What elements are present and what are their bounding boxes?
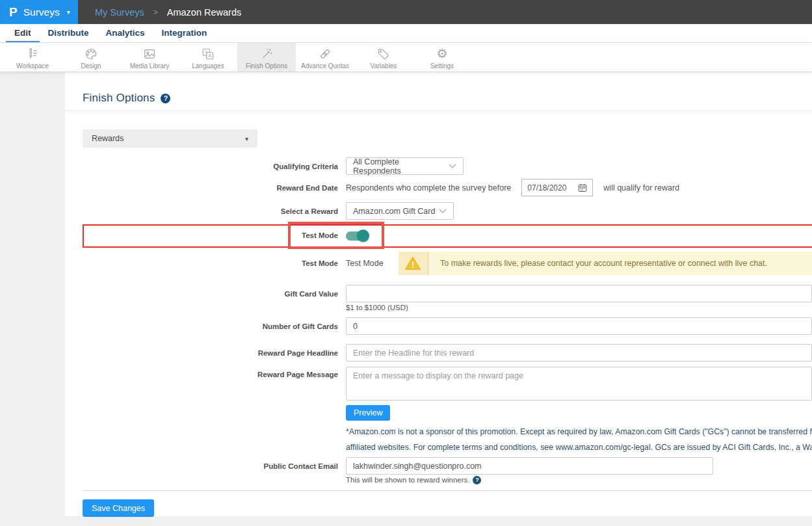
breadcrumb-separator: >	[153, 8, 158, 17]
toolbar-item-languages[interactable]: x A Languages	[179, 43, 237, 72]
reward-page-message-input[interactable]	[346, 367, 812, 401]
public-contact-email-label: Public Contact Email	[83, 462, 346, 470]
toolbar-item-variables[interactable]: Variables	[354, 43, 413, 72]
warning-message: To make rewards live, please contact you…	[428, 252, 812, 275]
help-icon[interactable]: ?	[161, 94, 170, 103]
image-icon	[142, 47, 157, 61]
reward-page-message-label: Reward Page Message	[83, 367, 346, 378]
reward-end-date-prefix: Respondents who complete the survey befo…	[346, 183, 511, 192]
tab-analytics[interactable]: Analytics	[98, 24, 153, 42]
breadcrumb-my-surveys[interactable]: My Surveys	[95, 7, 144, 18]
toolbar-item-workspace[interactable]: Workspace	[3, 43, 62, 72]
toolbar-item-media-library[interactable]: Media Library	[120, 43, 179, 72]
rewards-form: Qualifying Criteria All Complete Respond…	[83, 157, 812, 517]
reward-page-headline-label: Reward Page Headline	[83, 349, 346, 357]
gift-card-value-row: Gift Card Value	[83, 285, 812, 302]
reward-end-date-suffix: will qualify for reward	[603, 183, 679, 192]
workspace-icon	[25, 47, 40, 61]
reward-page-headline-row: Reward Page Headline	[83, 344, 812, 362]
warning-triangle-icon	[405, 256, 421, 270]
divider	[65, 111, 812, 111]
reward-page-message-row: Reward Page Message	[83, 367, 812, 401]
main-nav-tabs: Edit Distribute Analytics Integration	[0, 24, 812, 43]
reward-end-date-input[interactable]	[527, 183, 574, 192]
finish-category-select[interactable]: Rewards ▾	[83, 129, 257, 148]
edit-toolbar: Workspace Design Media Library x A Langu…	[0, 43, 812, 72]
number-gift-cards-input[interactable]	[346, 317, 812, 335]
qualifying-criteria-label: Qualifying Criteria	[83, 163, 346, 170]
top-bar: P Surveys ▾ My Surveys > Amazon Rewards	[0, 0, 812, 24]
tab-edit[interactable]: Edit	[6, 24, 40, 42]
chevron-down-icon	[439, 209, 447, 214]
magic-wand-icon	[259, 47, 274, 61]
toggle-knob	[357, 230, 369, 242]
reward-end-date-row: Reward End Date Respondents who complete…	[83, 179, 812, 196]
app-name: Surveys	[23, 7, 60, 18]
toolbar-item-finish-options[interactable]: Finish Options	[237, 43, 296, 72]
finish-options-panel: Finish Options ? Rewards ▾ Qualifying Cr…	[65, 72, 812, 516]
test-mode-toggle[interactable]	[346, 230, 369, 242]
public-contact-email-row: Public Contact Email	[83, 457, 812, 475]
caret-down-icon: ▾	[245, 135, 248, 142]
warning-banner: To make rewards live, please contact you…	[399, 252, 812, 275]
help-icon[interactable]: ?	[473, 476, 481, 484]
qualifying-criteria-row: Qualifying Criteria All Complete Respond…	[83, 157, 812, 175]
finish-category-value: Rewards	[92, 134, 124, 143]
toolbar-item-advance-quotas[interactable]: Advance Quotas	[296, 43, 354, 72]
select-reward-row: Select a Reward Amazon.com Gift Card	[83, 202, 812, 220]
gift-card-value-helper: $1 to $1000 (USD)	[346, 302, 812, 313]
public-contact-email-input[interactable]	[346, 457, 713, 475]
save-changes-button[interactable]: Save Changes	[83, 499, 154, 517]
toolbar-item-design[interactable]: Design	[62, 43, 120, 72]
caret-down-icon: ▾	[67, 8, 70, 16]
page-title: Finish Options	[83, 92, 155, 105]
svg-text:A: A	[208, 53, 211, 58]
qualifying-criteria-select[interactable]: All Complete Respondents	[346, 157, 464, 175]
left-gutter	[0, 72, 65, 525]
divider	[83, 490, 812, 491]
reward-end-date-field	[521, 179, 593, 196]
toolbar-item-settings[interactable]: ⚙ Settings	[413, 43, 471, 72]
breadcrumb-current-survey: Amazon Rewards	[167, 7, 241, 18]
tag-icon	[376, 47, 391, 61]
palette-icon	[84, 47, 98, 61]
chain-links-icon	[318, 47, 332, 61]
warning-icon-cell	[399, 252, 428, 275]
gear-icon: ⚙	[436, 47, 447, 61]
select-reward-label: Select a Reward	[83, 207, 346, 215]
chevron-down-icon	[449, 164, 456, 169]
test-mode-status-row: Test Mode Test Mode To make rewards live…	[83, 252, 812, 275]
questionpro-logo-icon: P	[9, 6, 18, 18]
amazon-disclaimer-line1: *Amazon.com is not a sponsor of this pro…	[346, 427, 812, 438]
calendar-icon[interactable]	[578, 183, 587, 192]
select-reward-select[interactable]: Amazon.com Gift Card	[346, 202, 454, 220]
translate-icon: x A	[201, 47, 215, 61]
reward-page-headline-input[interactable]	[346, 344, 812, 362]
preview-button[interactable]: Preview	[346, 405, 390, 421]
test-mode-toggle-row: Test Mode	[83, 222, 812, 249]
test-mode-status-value: Test Mode	[346, 259, 399, 268]
reward-end-date-label: Reward End Date	[83, 184, 346, 192]
number-gift-cards-label: Number of Gift Cards	[83, 322, 346, 330]
tab-integration[interactable]: Integration	[153, 24, 216, 42]
tab-distribute[interactable]: Distribute	[40, 24, 98, 42]
number-gift-cards-row: Number of Gift Cards	[83, 317, 812, 335]
test-mode-status-label: Test Mode	[83, 259, 346, 267]
gift-card-value-label: Gift Card Value	[83, 290, 346, 298]
amazon-disclaimer-line2: affiliated websites. For complete terms …	[346, 442, 812, 453]
test-mode-toggle-label: Test Mode	[83, 231, 346, 239]
surveys-menu[interactable]: P Surveys ▾	[0, 0, 78, 24]
public-contact-email-helper: This will be shown to reward winners. ?	[346, 475, 812, 485]
breadcrumb: My Surveys > Amazon Rewards	[78, 0, 812, 24]
gift-card-value-input[interactable]	[346, 285, 812, 302]
content-area: Finish Options ? Rewards ▾ Qualifying Cr…	[0, 72, 812, 525]
